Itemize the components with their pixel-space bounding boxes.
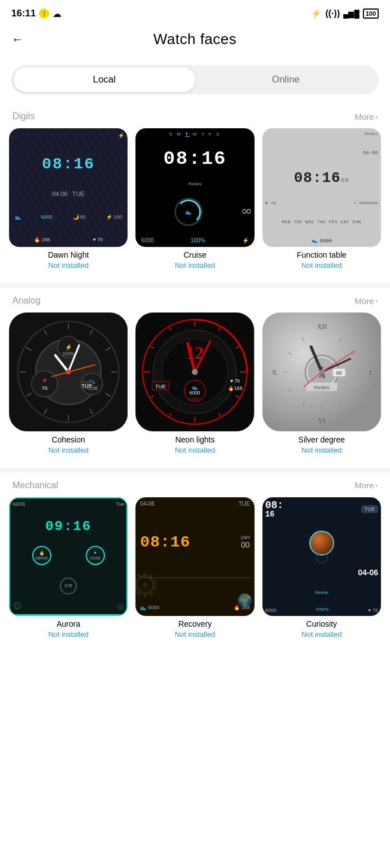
svg-text:TUE: TUE xyxy=(155,383,166,389)
cloud-icon: ☁ xyxy=(52,8,62,19)
svg-text:6000: 6000 xyxy=(190,390,200,396)
face-name-neon-lights: Neon lights xyxy=(175,435,214,444)
svg-text:♥ 76: ♥ 76 xyxy=(231,378,240,384)
section-digits-header: Digits More › xyxy=(0,111,390,128)
face-image-dawn-night: ⚡ 08:16 04.06 TUE 👟 6000 🌙 80 ⚡ 100 🔥 16… xyxy=(9,128,128,247)
section-analog: Analog More › xyxy=(0,290,390,465)
face-image-cohesion: ⚡ 100% ♥ 76 👟 6000 xyxy=(9,313,128,431)
svg-point-58 xyxy=(192,369,198,375)
wifi-icon: ((·)) xyxy=(325,8,340,19)
section-mechanical: Mechanical More › ⚙ ⚙ xyxy=(0,475,390,650)
back-button[interactable]: ← xyxy=(11,32,24,47)
face-image-neon-lights: 12 👟 6000 STEPS TUE ♥ 76 🔥168 xyxy=(135,313,254,431)
svg-text:TUE: TUE xyxy=(81,383,92,389)
face-name-function-table: Function table xyxy=(297,250,347,259)
face-name-recovery: Recovery xyxy=(178,619,212,628)
svg-point-16 xyxy=(32,371,58,397)
svg-text:♥: ♥ xyxy=(43,377,46,384)
svg-text:I: I xyxy=(369,369,371,377)
svg-text:STEPS: STEPS xyxy=(189,397,201,401)
svg-text:76: 76 xyxy=(42,385,48,391)
mechanical-faces-grid: ⚙ ⚙ 04/06 Tue 09:16 🔥08000 xyxy=(0,497,390,639)
face-name-cruise: Cruise xyxy=(183,250,206,259)
svg-text:X: X xyxy=(271,369,277,377)
face-item-neon-lights[interactable]: 12 👟 6000 STEPS TUE ♥ 76 🔥168 xyxy=(135,313,254,454)
page-title: Watch faces xyxy=(154,31,237,48)
section-analog-title: Analog xyxy=(12,296,41,306)
svg-text:XII: XII xyxy=(317,323,327,331)
face-status-recovery: Not installed xyxy=(175,630,216,639)
face-name-silver-degree: Silver degree xyxy=(299,435,345,444)
section-mechanical-header: Mechanical More › xyxy=(0,480,390,497)
tab-switcher: Local Online xyxy=(11,65,379,94)
svg-text:⚡: ⚡ xyxy=(65,344,73,351)
face-status-aurora: Not installed xyxy=(48,630,89,639)
face-image-aurora: ⚙ ⚙ 04/06 Tue 09:16 🔥08000 xyxy=(9,497,128,616)
face-item-cruise[interactable]: S M T W T F S 08:16 Redmi 👟 OO 6000 100%… xyxy=(135,128,254,270)
svg-point-28 xyxy=(66,370,71,374)
face-image-silver-degree: XII I X VI xyxy=(262,313,381,431)
svg-text:👟: 👟 xyxy=(192,384,198,390)
face-status-dawn-night: Not installed xyxy=(48,261,89,270)
svg-text:06: 06 xyxy=(336,370,342,376)
analog-faces-grid: ⚡ 100% ♥ 76 👟 6000 xyxy=(0,313,390,454)
divider-2 xyxy=(0,468,390,472)
section-digits: Digits More › ⚡ 08:16 04.06 TUE 👟 xyxy=(0,106,390,281)
status-left: 16:11 ! ☁ xyxy=(11,8,62,19)
header: ← Watch faces xyxy=(0,25,390,59)
face-item-silver-degree[interactable]: XII I X VI xyxy=(262,313,381,454)
more-mechanical-chevron: › xyxy=(375,481,378,489)
digits-faces-grid: ⚡ 08:16 04.06 TUE 👟 6000 🌙 80 ⚡ 100 🔥 16… xyxy=(0,128,390,270)
face-image-curiosity: ⬡ 08: 16 TUE 04-06 xyxy=(262,497,381,616)
face-status-cohesion: Not installed xyxy=(48,446,89,454)
face-name-aurora: Aurora xyxy=(56,619,80,628)
tab-local[interactable]: Local xyxy=(14,67,195,92)
svg-text:100%: 100% xyxy=(62,351,75,357)
face-status-neon-lights: Not installed xyxy=(175,446,216,454)
notification-icon: ! xyxy=(39,8,49,19)
status-time: 16:11 xyxy=(11,8,36,19)
face-name-curiosity: Curiosity xyxy=(306,619,337,628)
face-status-function-table: Not installed xyxy=(301,261,342,270)
svg-text:VI: VI xyxy=(318,416,325,424)
status-icons: ⚡ ((·)) ▄▆█ 100 xyxy=(311,8,379,19)
divider-1 xyxy=(0,283,390,288)
more-analog-button[interactable]: More › xyxy=(354,296,378,306)
face-item-cohesion[interactable]: ⚡ 100% ♥ 76 👟 6000 xyxy=(9,313,128,454)
face-name-dawn-night: Dawn Night xyxy=(48,250,89,259)
svg-text:🔥168: 🔥168 xyxy=(228,385,242,392)
signal-icon: ▄▆█ xyxy=(343,10,359,18)
face-item-function-table[interactable]: Redmi 04-06 08:1600 ♥ 76 ⚡ ≡≡≡≡≡≡≡ MON T… xyxy=(262,128,381,270)
face-image-cruise: S M T W T F S 08:16 Redmi 👟 OO 6000 100%… xyxy=(135,128,254,247)
face-status-curiosity: Not installed xyxy=(301,630,342,639)
face-status-silver-degree: Not installed xyxy=(301,446,342,454)
svg-point-87 xyxy=(319,370,324,374)
face-image-function-table: Redmi 04-06 08:1600 ♥ 76 ⚡ ≡≡≡≡≡≡≡ MON T… xyxy=(262,128,381,247)
more-mechanical-button[interactable]: More › xyxy=(354,480,378,490)
face-image-recovery: ⚙ 04-06 TUE 08:16 24H 00 xyxy=(135,497,254,616)
face-name-cohesion: Cohesion xyxy=(52,435,85,444)
battery-icon: 100 xyxy=(363,8,379,19)
face-item-aurora[interactable]: ⚙ ⚙ 04/06 Tue 09:16 🔥08000 xyxy=(9,497,128,639)
more-digits-chevron: › xyxy=(375,112,378,121)
section-analog-header: Analog More › xyxy=(0,296,390,313)
face-item-dawn-night[interactable]: ⚡ 08:16 04.06 TUE 👟 6000 🌙 80 ⚡ 100 🔥 16… xyxy=(9,128,128,270)
status-bar: 16:11 ! ☁ ⚡ ((·)) ▄▆█ 100 xyxy=(0,0,390,25)
section-digits-title: Digits xyxy=(12,111,35,121)
more-analog-chevron: › xyxy=(375,297,378,305)
more-digits-button[interactable]: More › xyxy=(354,112,378,121)
bottom-spacer xyxy=(0,650,390,672)
tab-online[interactable]: Online xyxy=(195,67,377,92)
face-item-curiosity[interactable]: ⬡ 08: 16 TUE 04-06 xyxy=(262,497,381,639)
svg-text:Redmi: Redmi xyxy=(314,384,329,390)
bluetooth-icon: ⚡ xyxy=(311,8,322,19)
section-mechanical-title: Mechanical xyxy=(12,480,58,491)
face-status-cruise: Not installed xyxy=(175,261,216,270)
face-item-recovery[interactable]: ⚙ 04-06 TUE 08:16 24H 00 xyxy=(135,497,254,639)
